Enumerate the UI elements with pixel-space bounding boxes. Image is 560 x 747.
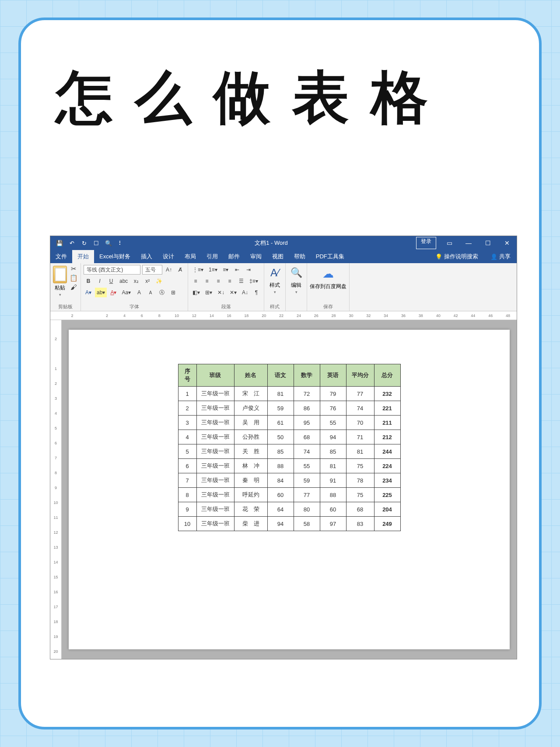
table-cell[interactable]: 三年级一班 bbox=[196, 416, 234, 430]
table-cell[interactable]: 91 bbox=[320, 473, 346, 488]
save-baidu-button[interactable]: ☁ 保存到百度网盘 bbox=[310, 265, 346, 289]
table-cell[interactable]: 95 bbox=[294, 416, 320, 430]
char-border-button[interactable]: ⊞ bbox=[168, 288, 178, 297]
table-cell[interactable]: 224 bbox=[374, 459, 400, 473]
shrink-font-button[interactable]: A bbox=[146, 288, 155, 297]
table-cell[interactable]: 76 bbox=[320, 401, 346, 416]
table-row[interactable]: 5三年级一班关 胜85748581244 bbox=[178, 444, 400, 459]
italic-button[interactable]: I bbox=[95, 276, 105, 286]
table-cell[interactable]: 1 bbox=[178, 387, 196, 401]
table-cell[interactable]: 59 bbox=[267, 401, 294, 416]
subscript-button[interactable]: x₂ bbox=[131, 276, 141, 286]
tab-file[interactable]: 文件 bbox=[50, 250, 72, 263]
numbering-button[interactable]: 1≡▾ bbox=[207, 265, 219, 275]
tell-me-search[interactable]: 💡操作说明搜索 bbox=[429, 250, 484, 263]
snap-button[interactable]: ✕▾ bbox=[228, 288, 238, 297]
table-cell[interactable]: 4 bbox=[178, 430, 196, 444]
decrease-indent-button[interactable]: ⇤ bbox=[232, 265, 242, 275]
login-button[interactable]: 登录 bbox=[416, 237, 436, 249]
share-button[interactable]: 👤共享 bbox=[484, 250, 517, 263]
table-cell[interactable]: 秦 明 bbox=[234, 473, 267, 488]
table-cell[interactable]: 97 bbox=[320, 517, 346, 531]
table-cell[interactable]: 三年级一班 bbox=[196, 473, 234, 488]
table-cell[interactable]: 68 bbox=[294, 430, 320, 444]
table-cell[interactable]: 94 bbox=[267, 517, 294, 531]
table-cell[interactable]: 60 bbox=[267, 488, 294, 502]
tab-excel[interactable]: Excel与财务 bbox=[94, 250, 136, 263]
increase-indent-button[interactable]: ⇥ bbox=[244, 265, 253, 275]
qat-touch-button[interactable]: ☐ bbox=[91, 238, 102, 248]
table-cell[interactable]: 85 bbox=[267, 444, 294, 459]
vertical-ruler[interactable]: 21234567891011121314151617181920 bbox=[50, 320, 62, 659]
table-row[interactable]: 1三年级一班宋 江81727977232 bbox=[178, 387, 400, 401]
qat-redo-button[interactable]: ↻ bbox=[78, 238, 90, 248]
cut-button[interactable]: ✂ bbox=[71, 265, 77, 273]
table-cell[interactable]: 85 bbox=[320, 444, 346, 459]
data-table[interactable]: 序号班级姓名语文数学英语平均分总分 1三年级一班宋 江817279772322三… bbox=[178, 364, 401, 531]
table-cell[interactable]: 2 bbox=[178, 401, 196, 416]
tab-design[interactable]: 设计 bbox=[158, 250, 179, 263]
table-cell[interactable]: 卢俊义 bbox=[234, 401, 267, 416]
table-cell[interactable]: 吴 用 bbox=[234, 416, 267, 430]
table-header-cell[interactable]: 班级 bbox=[196, 364, 234, 387]
table-cell[interactable]: 74 bbox=[346, 401, 374, 416]
copy-button[interactable]: 📋 bbox=[70, 274, 78, 282]
table-cell[interactable]: 55 bbox=[320, 416, 346, 430]
table-header-cell[interactable]: 总分 bbox=[374, 364, 400, 387]
table-cell[interactable]: 232 bbox=[374, 387, 400, 401]
font-name-combo[interactable]: 等线 (西文正文) bbox=[84, 265, 140, 275]
table-cell[interactable]: 10 bbox=[178, 517, 196, 531]
justify-button[interactable]: ≡ bbox=[225, 276, 234, 286]
tab-help[interactable]: 帮助 bbox=[289, 250, 311, 263]
table-cell[interactable]: 84 bbox=[267, 473, 294, 488]
table-cell[interactable]: 三年级一班 bbox=[196, 444, 234, 459]
table-cell[interactable]: 88 bbox=[320, 488, 346, 502]
underline-button[interactable]: U bbox=[106, 276, 116, 286]
table-cell[interactable]: 77 bbox=[294, 488, 320, 502]
table-cell[interactable]: 三年级一班 bbox=[196, 401, 234, 416]
shading-button[interactable]: ◧▾ bbox=[191, 288, 202, 297]
document-page[interactable]: 序号班级姓名语文数学英语平均分总分 1三年级一班宋 江817279772322三… bbox=[69, 330, 510, 649]
table-cell[interactable]: 公孙胜 bbox=[234, 430, 267, 444]
text-effects-button[interactable]: ✨ bbox=[154, 276, 164, 286]
table-cell[interactable]: 7 bbox=[178, 473, 196, 488]
table-cell[interactable]: 64 bbox=[267, 502, 294, 517]
table-cell[interactable]: 75 bbox=[346, 488, 374, 502]
tab-review[interactable]: 审阅 bbox=[245, 250, 267, 263]
table-cell[interactable]: 212 bbox=[374, 430, 400, 444]
font-color-button[interactable]: A▾ bbox=[108, 288, 118, 297]
table-cell[interactable]: 71 bbox=[346, 430, 374, 444]
table-cell[interactable]: 77 bbox=[346, 387, 374, 401]
table-cell[interactable]: 9 bbox=[178, 502, 196, 517]
table-cell[interactable]: 234 bbox=[374, 473, 400, 488]
table-header-cell[interactable]: 姓名 bbox=[234, 364, 267, 387]
enclose-button[interactable]: Ⓐ bbox=[157, 288, 167, 297]
show-marks-button[interactable]: ¶ bbox=[252, 288, 261, 297]
table-cell[interactable]: 86 bbox=[294, 401, 320, 416]
table-cell[interactable]: 60 bbox=[320, 502, 346, 517]
table-row[interactable]: 8三年级一班呼延灼60778875225 bbox=[178, 488, 400, 502]
table-cell[interactable]: 三年级一班 bbox=[196, 387, 234, 401]
tab-layout[interactable]: 布局 bbox=[179, 250, 201, 263]
table-cell[interactable]: 6 bbox=[178, 459, 196, 473]
sort-button[interactable]: ✕↓ bbox=[216, 288, 226, 297]
clear-format-button[interactable]: A̸ bbox=[175, 265, 185, 275]
maximize-button[interactable]: ☐ bbox=[478, 237, 497, 249]
table-cell[interactable]: 225 bbox=[374, 488, 400, 502]
table-row[interactable]: 4三年级一班公孙胜50689471212 bbox=[178, 430, 400, 444]
tab-pdf[interactable]: PDF工具集 bbox=[311, 250, 350, 263]
ribbon-display-button[interactable]: ▭ bbox=[440, 237, 459, 249]
table-cell[interactable]: 221 bbox=[374, 401, 400, 416]
line-spacing-button[interactable]: ‡≡▾ bbox=[248, 276, 260, 286]
table-cell[interactable]: 204 bbox=[374, 502, 400, 517]
table-cell[interactable]: 三年级一班 bbox=[196, 488, 234, 502]
table-cell[interactable]: 68 bbox=[346, 502, 374, 517]
distribute-button[interactable]: ☰ bbox=[236, 276, 246, 286]
table-cell[interactable]: 244 bbox=[374, 444, 400, 459]
table-cell[interactable]: 88 bbox=[267, 459, 294, 473]
table-cell[interactable]: 249 bbox=[374, 517, 400, 531]
table-cell[interactable]: 宋 江 bbox=[234, 387, 267, 401]
table-cell[interactable]: 林 冲 bbox=[234, 459, 267, 473]
table-header-cell[interactable]: 数学 bbox=[294, 364, 320, 387]
table-cell[interactable]: 211 bbox=[374, 416, 400, 430]
